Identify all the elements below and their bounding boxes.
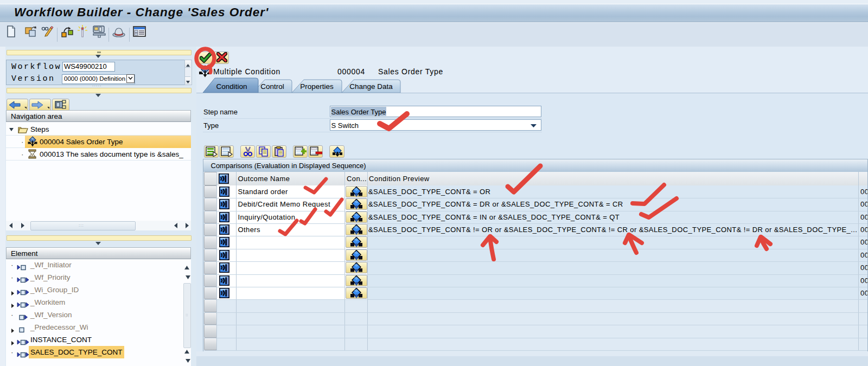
svg-text:Properties: Properties	[300, 82, 334, 91]
svg-text:Change Data: Change Data	[349, 82, 393, 91]
svg-text:Condition: Condition	[216, 82, 247, 91]
svg-text:Control: Control	[260, 82, 284, 91]
